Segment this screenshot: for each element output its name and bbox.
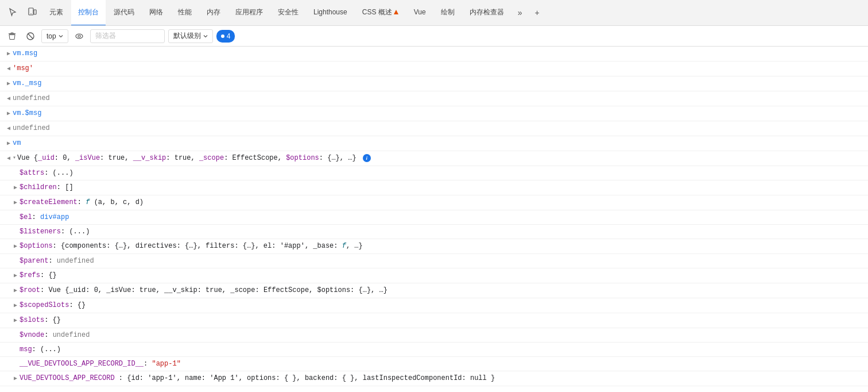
expand-arrow[interactable]: ▶ — [11, 241, 20, 252]
console-row[interactable]: ◀ 'msg' — [0, 62, 868, 76]
tab-application[interactable]: 应用程序 — [228, 0, 270, 26]
expand-arrow[interactable]: ▶ — [5, 109, 13, 119]
expand-arrow[interactable]: ▶ — [11, 271, 20, 281]
row-content: $parent: undefined — [20, 256, 868, 266]
console-row[interactable]: ▶ $refs: {} — [0, 268, 868, 283]
console-row[interactable]: __VUE_DEVTOOLS_APP_RECORD_ID__: "app-1" — [0, 357, 868, 371]
console-row[interactable]: ▶ $slots: {} — [0, 313, 868, 328]
tab-sources[interactable]: 源代码 — [107, 0, 141, 26]
row-content: 'msg' — [13, 63, 868, 74]
svg-rect-3 — [9, 33, 16, 34]
console-row[interactable]: ▶ vm — [0, 136, 868, 151]
clear-console-button[interactable] — [5, 29, 20, 44]
console-row[interactable]: ▶ $createElement: f (a, b, c, d) — [0, 195, 868, 210]
row-content: $scopedSlots: {} — [20, 300, 868, 310]
expand-arrow[interactable]: ▶ — [11, 286, 20, 296]
console-toolbar: top 筛选器 默认级别 4 — [0, 26, 868, 47]
tab-rendering[interactable]: 绘制 — [434, 0, 462, 26]
console-row[interactable]: ◀ undefined — [0, 121, 868, 136]
eye-button[interactable] — [72, 29, 87, 44]
warning-icon — [393, 9, 399, 15]
row-content: vm.msg — [13, 48, 868, 59]
console-row[interactable]: ▶ $children: [] — [0, 180, 868, 195]
row-content: msg: (...) — [20, 344, 868, 355]
console-row[interactable]: ▶ $root: Vue {_uid: 0, _isVue: true, __v… — [0, 283, 868, 298]
row-content: $options: {components: {…}, directives: … — [20, 241, 868, 251]
console-row[interactable]: ▶ VUE_DEVTOOLS_APP_RECORD : {id: 'app-1'… — [0, 371, 868, 386]
issue-dot — [221, 34, 224, 38]
console-row[interactable]: $listeners: (...) — [0, 225, 868, 239]
expand-arrow[interactable]: ▶ — [5, 49, 13, 59]
result-arrow: ◀ — [5, 94, 13, 104]
console-row[interactable]: msg: (...) — [0, 343, 868, 357]
console-row[interactable]: ◀ undefined — [0, 91, 868, 106]
tab-memory-inspector[interactable]: 内存检查器 — [463, 0, 511, 26]
row-content: $vnode: undefined — [20, 330, 868, 340]
tab-network[interactable]: 网络 — [142, 0, 170, 26]
device-icon — [28, 7, 37, 17]
collapse-arrow[interactable]: ◀ — [5, 153, 13, 164]
tab-lighthouse[interactable]: Lighthouse — [307, 0, 354, 26]
tab-elements[interactable]: 元素 — [42, 0, 70, 26]
tab-memory[interactable]: 内存 — [200, 0, 227, 26]
issue-badge[interactable]: 4 — [216, 30, 235, 43]
expand-triangle[interactable]: ▾ — [13, 153, 16, 163]
block-icon — [26, 32, 35, 41]
eye-icon — [75, 32, 84, 41]
row-content: $el: div#app — [20, 212, 868, 222]
row-content: $root: Vue {_uid: 0, _isVue: true, __v_s… — [20, 285, 868, 295]
tab-inspect[interactable] — [3, 0, 22, 26]
row-content: vm._msg — [13, 78, 868, 89]
console-row[interactable]: ▶ $scopedSlots: {} — [0, 298, 868, 313]
tab-css-overview[interactable]: CSS 概述 — [355, 0, 406, 26]
result-arrow: ◀ — [5, 124, 13, 134]
tab-bar: 元素 控制台 源代码 网络 性能 内存 应用程序 安全性 Lighthouse … — [0, 0, 868, 26]
row-content: undefined — [13, 123, 868, 133]
row-content: Vue {_uid: 0, _isVue: true, __v_skip: tr… — [17, 153, 868, 163]
row-content: $children: [] — [20, 182, 868, 193]
expand-arrow[interactable]: ▶ — [11, 374, 20, 384]
expand-arrow[interactable]: ▶ — [11, 198, 20, 208]
tab-security[interactable]: 安全性 — [271, 0, 305, 26]
level-selector[interactable]: 默认级别 — [168, 29, 213, 43]
row-content: VUE_DEVTOOLS_APP_RECORD : {id: 'app-1', … — [20, 373, 868, 383]
console-row[interactable]: ▶ $options: {components: {…}, directives… — [0, 239, 868, 254]
clear-console-icon — [7, 32, 17, 41]
tab-vue[interactable]: Vue — [407, 0, 433, 26]
block-button[interactable] — [23, 29, 38, 44]
svg-point-6 — [76, 34, 83, 39]
console-row[interactable]: $el: div#app — [0, 210, 868, 225]
console-row[interactable]: ◀ ▾ Vue {_uid: 0, _isVue: true, __v_skip… — [0, 151, 868, 166]
row-content: $refs: {} — [20, 270, 868, 280]
console-row[interactable]: $parent: undefined — [0, 254, 868, 268]
expand-arrow[interactable]: ▶ — [11, 183, 20, 193]
expand-arrow[interactable]: ▶ — [11, 301, 20, 311]
console-row[interactable]: $vnode: undefined — [0, 328, 868, 343]
console-row[interactable]: ▶ vm.msg — [0, 47, 868, 62]
row-content: vm.$msg — [13, 108, 868, 118]
more-tabs-button[interactable]: » — [512, 5, 528, 21]
row-content: __VUE_DEVTOOLS_APP_RECORD_ID__: "app-1" — [20, 359, 868, 369]
svg-point-2 — [30, 13, 32, 14]
console-row[interactable]: $attrs: (...) — [0, 166, 868, 180]
expand-arrow[interactable]: ▶ — [5, 79, 13, 89]
svg-rect-1 — [34, 10, 36, 14]
row-content: $slots: {} — [20, 315, 868, 325]
row-content: undefined — [13, 93, 868, 103]
chevron-down-icon — [59, 34, 63, 39]
expand-arrow[interactable]: ▶ — [11, 316, 20, 326]
filter-input[interactable]: 筛选器 — [90, 29, 165, 43]
tab-console[interactable]: 控制台 — [71, 0, 106, 26]
console-row[interactable]: ▶ vm.$msg — [0, 106, 868, 121]
info-icon[interactable]: i — [363, 154, 371, 162]
tab-performance[interactable]: 性能 — [171, 0, 199, 26]
add-tab-button[interactable]: + — [529, 5, 545, 21]
result-arrow: ◀ — [5, 64, 13, 74]
context-selector[interactable]: top — [41, 29, 68, 43]
svg-line-5 — [28, 33, 33, 38]
tab-device[interactable] — [23, 0, 41, 26]
expand-arrow[interactable]: ▶ — [5, 139, 13, 149]
console-row[interactable]: ▶ vm._msg — [0, 76, 868, 91]
cursor-icon — [8, 7, 17, 17]
svg-point-7 — [78, 35, 80, 37]
